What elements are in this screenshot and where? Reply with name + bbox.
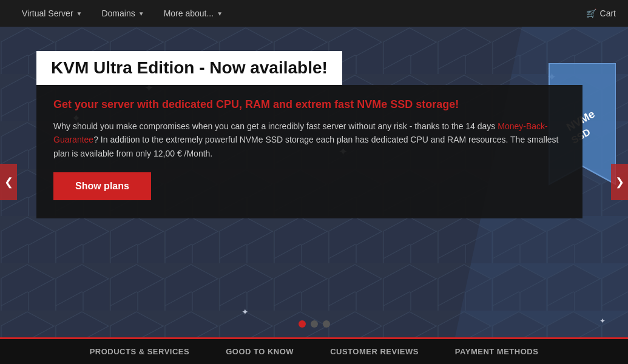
next-slide-button[interactable]: ❯	[611, 164, 628, 200]
cart-button[interactable]: 🛒 Cart	[586, 8, 616, 18]
cart-icon: 🛒	[586, 8, 596, 18]
footer-nav-good-to-know[interactable]: GOOD TO KNOW	[226, 347, 294, 356]
dot-2[interactable]	[311, 320, 318, 328]
prev-slide-button[interactable]: ❮	[0, 164, 17, 200]
footer-nav-payment-methods[interactable]: PAYMENT METHODS	[455, 347, 539, 356]
slide-dots	[299, 320, 330, 328]
hero-desc-box: Get your server with dedicated CPU, RAM …	[36, 85, 582, 218]
hero-title: KVM Ultra Edition - Now available!	[51, 58, 328, 78]
star-6: ✦	[241, 307, 249, 317]
show-plans-button[interactable]: Show plans	[53, 172, 151, 200]
right-arrow-icon: ❯	[615, 175, 624, 189]
hero-description: Why should you make compromises when you…	[53, 120, 566, 160]
nav-more-about[interactable]: More about... ▼	[154, 0, 232, 27]
footer-nav-products[interactable]: PRODUCTS & SERVICES	[90, 347, 190, 356]
left-arrow-icon: ❮	[4, 175, 13, 189]
nav-arrow-virtual-server: ▼	[76, 10, 83, 17]
hero-title-box: KVM Ultra Edition - Now available!	[36, 51, 342, 85]
hero-section: ✦ ✦ ✦ ✦ ✦ ✦ ✦ NVMe SSD ❮ ❯ KVM Ultra Edi…	[0, 27, 628, 337]
nav-arrow-domains: ▼	[138, 10, 144, 17]
dot-3[interactable]	[323, 320, 330, 328]
money-back-link[interactable]: Money-Back-Guarantee	[53, 121, 548, 144]
footer-nav-customer-reviews[interactable]: CUSTOMER REVIEWS	[330, 347, 419, 356]
nav-virtual-server[interactable]: Virtual Server ▼	[12, 0, 92, 27]
dot-1[interactable]	[299, 320, 306, 328]
star-7: ✦	[599, 317, 606, 325]
nav-arrow-more: ▼	[217, 10, 223, 17]
hero-content: KVM Ultra Edition - Now available! Get y…	[36, 51, 595, 218]
main-nav: Virtual Server ▼ Domains ▼ More about...…	[0, 0, 628, 27]
footer-nav: PRODUCTS & SERVICES GOOD TO KNOW CUSTOME…	[0, 337, 628, 364]
hero-headline: Get your server with dedicated CPU, RAM …	[53, 98, 566, 111]
nav-domains[interactable]: Domains ▼	[92, 0, 154, 27]
